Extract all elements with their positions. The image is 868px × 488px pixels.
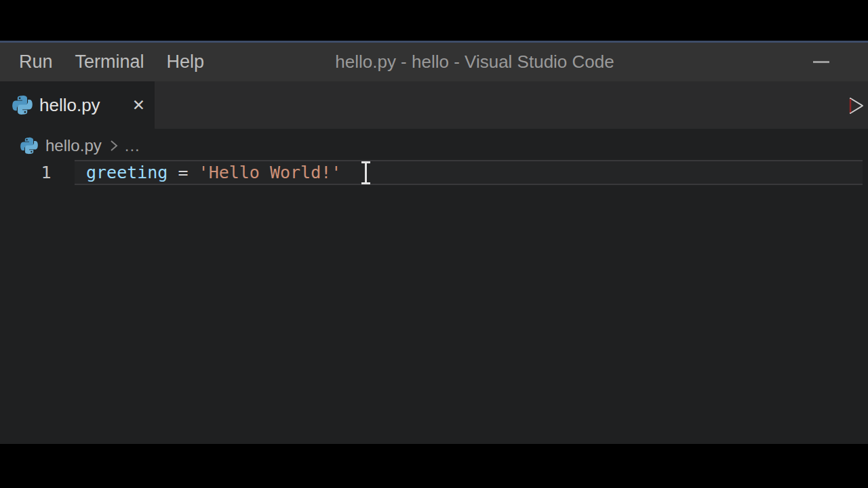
chevron-right-icon xyxy=(108,138,119,154)
menu-item-run[interactable]: Run xyxy=(19,52,53,73)
code-token-string: 'Hello World!' xyxy=(199,163,342,182)
code-line-row: 1 greeting = 'Hello World!' xyxy=(0,160,868,185)
tab-label: hello.py xyxy=(39,95,100,116)
code-line[interactable]: greeting = 'Hello World!' xyxy=(86,160,341,185)
code-token-operator: = xyxy=(167,163,198,182)
play-icon xyxy=(848,96,865,115)
tab-bar: hello.py ✕ xyxy=(0,81,868,129)
editor-pane[interactable]: hello.py ... 1 greeting = 'Hello World!' xyxy=(0,129,868,444)
minimize-button[interactable] xyxy=(808,43,835,81)
run-file-button[interactable] xyxy=(846,96,867,116)
menu-items: Run Terminal Help xyxy=(19,43,204,81)
minimize-icon xyxy=(813,61,829,63)
menu-item-terminal[interactable]: Terminal xyxy=(75,52,144,73)
breadcrumb: hello.py ... xyxy=(20,133,140,159)
breadcrumb-file[interactable]: hello.py xyxy=(45,136,102,155)
menu-item-help[interactable]: Help xyxy=(167,52,205,73)
window-title: hello.py - hello - Visual Studio Code xyxy=(335,43,614,81)
python-icon xyxy=(20,137,38,155)
python-icon xyxy=(12,95,33,115)
tab-close-icon[interactable]: ✕ xyxy=(132,98,145,113)
breadcrumb-symbol[interactable]: ... xyxy=(125,136,140,155)
text-cursor-pointer xyxy=(360,161,372,184)
menubar: Run Terminal Help hello.py - hello - Vis… xyxy=(0,43,868,81)
code-token-variable: greeting xyxy=(86,163,167,182)
tab-hello-py[interactable]: hello.py ✕ xyxy=(0,81,155,129)
vscode-window: Run Terminal Help hello.py - hello - Vis… xyxy=(0,0,868,488)
line-number-gutter[interactable]: 1 xyxy=(27,160,65,185)
